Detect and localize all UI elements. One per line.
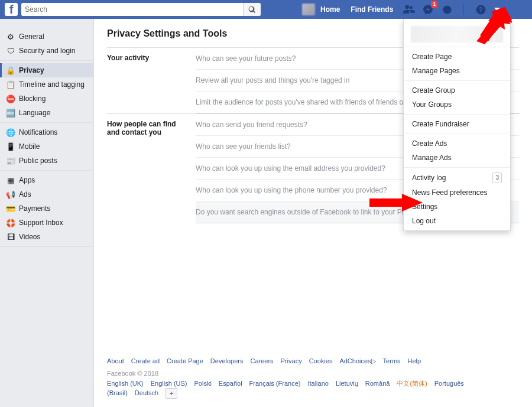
sidebar-item-privacy[interactable]: 🔒Privacy	[0, 63, 93, 77]
sidebar-item-label: Timeline and tagging	[19, 80, 85, 89]
footer: AboutCreate adCreate PageDevelopersCaree…	[94, 357, 532, 399]
sidebar-item-general[interactable]: ⚙General	[0, 30, 93, 44]
sidebar-item-label: Notifications	[19, 128, 57, 136]
language-icon: 🔤	[6, 108, 15, 118]
lang-espa-ol[interactable]: Español	[219, 380, 242, 387]
account-dropdown: Create Page Manage Pages Create Group Yo…	[403, 19, 511, 231]
footer-copyright: Facebook © 2018	[107, 370, 519, 377]
chevron-down-icon	[494, 8, 500, 11]
dd-settings[interactable]: Settings	[404, 200, 510, 214]
lang-lietuvi-[interactable]: Lietuvių	[336, 380, 358, 387]
nav-home[interactable]: Home	[315, 5, 345, 14]
account-menu-caret[interactable]	[494, 4, 501, 15]
lang-deutsch[interactable]: Deutsch	[135, 389, 158, 396]
sidebar-item-support-inbox[interactable]: 🛟Support Inbox	[0, 216, 93, 230]
videos-icon: 🎞	[6, 232, 15, 242]
sidebar-item-label: Support Inbox	[19, 219, 63, 227]
sidebar-item-timeline-and-tagging[interactable]: 📋Timeline and tagging	[0, 77, 93, 92]
lang-rom-n-[interactable]: Română	[365, 380, 390, 387]
top-divider	[463, 4, 464, 15]
sidebar-item-blocking[interactable]: ⛔Blocking	[0, 92, 93, 106]
footer-link-create-ad[interactable]: Create ad	[131, 357, 160, 364]
blocking-icon: ⛔	[6, 94, 15, 103]
footer-link-help[interactable]: Help	[408, 357, 421, 364]
ads-icon: 📢	[6, 190, 15, 199]
dd-create-fundraiser[interactable]: Create Fundraiser	[404, 117, 510, 131]
footer-link-adchoices-[interactable]: AdChoices▷	[339, 357, 375, 364]
lang-english-us-[interactable]: English (US)	[151, 380, 187, 387]
sidebar-item-label: Apps	[19, 176, 35, 184]
dd-news-feed-prefs[interactable]: News Feed preferences	[404, 185, 510, 200]
dd-log-out[interactable]: Log out	[404, 214, 510, 228]
lang-fran-ais-france-[interactable]: Français (France)	[249, 380, 301, 387]
sidebar-item-label: Security and login	[19, 47, 75, 55]
footer-link-careers[interactable]: Careers	[250, 357, 273, 364]
dd-activity-log[interactable]: Activity log3	[404, 170, 510, 185]
add-language-button[interactable]: +	[166, 388, 177, 399]
help-icon[interactable]: ?	[475, 4, 486, 15]
footer-link-privacy[interactable]: Privacy	[281, 357, 302, 364]
lang-italiano[interactable]: Italiano	[307, 380, 328, 387]
apps-icon: ▦	[6, 175, 15, 185]
sidebar-item-mobile[interactable]: 📱Mobile	[0, 139, 93, 154]
sidebar-item-payments[interactable]: 💳Payments	[0, 201, 93, 216]
sidebar-item-label: Mobile	[19, 142, 40, 151]
security-and-login-icon: 🛡	[6, 46, 15, 56]
section-label: How people can find and contact you	[107, 114, 196, 223]
dd-manage-pages[interactable]: Manage Pages	[404, 64, 510, 78]
sidebar-item-label: Language	[19, 109, 50, 117]
search-input[interactable]	[21, 3, 261, 16]
profile-thumbnail[interactable]	[302, 4, 315, 15]
top-icons: 1 ?	[403, 4, 501, 15]
footer-link-developers[interactable]: Developers	[210, 357, 244, 364]
section-label: Your activity	[107, 48, 196, 113]
timeline-and-tagging-icon: 📋	[6, 80, 15, 89]
mobile-icon: 📱	[6, 142, 15, 151]
sidebar-item-label: Payments	[19, 204, 50, 213]
sidebar-item-ads[interactable]: 📢Ads	[0, 187, 93, 201]
settings-sidebar: ⚙General🛡Security and login🔒Privacy📋Time…	[0, 19, 93, 407]
sidebar-item-notifications[interactable]: 🌐Notifications	[0, 125, 93, 139]
lang-polski[interactable]: Polski	[194, 380, 212, 387]
dropdown-profile[interactable]	[404, 21, 510, 47]
footer-link-about[interactable]: About	[107, 357, 124, 364]
privacy-icon: 🔒	[6, 66, 15, 75]
footer-link-terms[interactable]: Terms	[383, 357, 401, 364]
dd-create-ads[interactable]: Create Ads	[404, 136, 510, 151]
friend-requests-icon[interactable]	[403, 4, 415, 15]
payments-icon: 💳	[6, 204, 15, 213]
search-wrap	[21, 3, 261, 16]
sidebar-item-public-posts[interactable]: 📰Public posts	[0, 154, 93, 168]
footer-links: AboutCreate adCreate PageDevelopersCaree…	[107, 357, 519, 365]
dd-your-groups[interactable]: Your Groups	[404, 97, 510, 112]
lang--[interactable]: 中文(简体)	[397, 380, 427, 387]
sidebar-item-label: Ads	[19, 190, 31, 198]
footer-link-create-page[interactable]: Create Page	[167, 357, 203, 364]
messenger-icon[interactable]: 1	[422, 4, 434, 15]
dd-manage-ads[interactable]: Manage Ads	[404, 151, 510, 165]
top-bar: f Home Find Friends 1 ?	[0, 0, 532, 19]
sidebar-item-label: Privacy	[19, 66, 44, 74]
svg-text:?: ?	[479, 6, 483, 13]
search-button[interactable]	[243, 3, 261, 16]
sidebar-item-videos[interactable]: 🎞Videos	[0, 230, 93, 244]
lang-english-uk-[interactable]: English (UK)	[107, 380, 144, 387]
search-icon	[248, 6, 256, 14]
sidebar-item-apps[interactable]: ▦Apps	[0, 173, 93, 187]
sidebar-item-language[interactable]: 🔤Language	[0, 106, 93, 120]
sidebar-item-label: Public posts	[19, 157, 57, 165]
dd-create-group[interactable]: Create Group	[404, 83, 510, 97]
notifications-icon[interactable]	[441, 4, 453, 15]
sidebar-item-label: Blocking	[19, 95, 46, 103]
footer-link-cookies[interactable]: Cookies	[309, 357, 333, 364]
nav-find-friends[interactable]: Find Friends	[345, 5, 398, 14]
notifications-icon: 🌐	[6, 128, 15, 137]
sidebar-item-security-and-login[interactable]: 🛡Security and login	[0, 44, 93, 58]
public-posts-icon: 📰	[6, 156, 15, 165]
footer-languages: English (UK)English (US)PolskiEspañolFra…	[107, 379, 519, 399]
dd-create-page[interactable]: Create Page	[404, 50, 510, 64]
messenger-badge: 1	[431, 1, 437, 8]
general-icon: ⚙	[6, 32, 15, 41]
support-inbox-icon: 🛟	[6, 218, 15, 227]
facebook-logo[interactable]: f	[5, 3, 18, 16]
